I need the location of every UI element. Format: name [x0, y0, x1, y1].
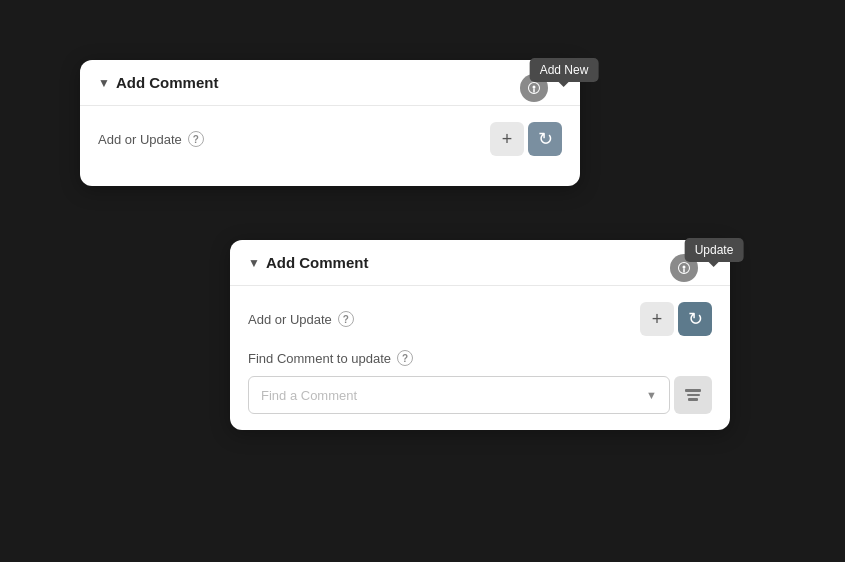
find-comment-section: Find Comment to update ? Find a Comment …: [248, 350, 712, 414]
find-comment-dropdown-row: Find a Comment ▼: [248, 376, 712, 414]
help-icon-find[interactable]: ?: [397, 350, 413, 366]
add-comment-card-2: ▼ Add Comment Update: [230, 240, 730, 430]
card-1-field-label: Add or Update ?: [98, 131, 204, 147]
svg-point-1: [683, 265, 686, 268]
card-1-btn-group: + ↻: [490, 122, 562, 156]
add-new-tooltip: Add New: [530, 58, 599, 82]
card-1-title: Add Comment: [116, 74, 219, 91]
add-comment-card-1: ▼ Add Comment Add New: [80, 60, 580, 186]
find-comment-placeholder: Find a Comment: [261, 388, 357, 403]
stack-line-3: [688, 398, 698, 401]
card-2-btn-group: + ↻: [640, 302, 712, 336]
card-2-body: Add or Update ? + ↻ Find Comment to upda…: [230, 286, 730, 430]
card-2-header: ▼ Add Comment Update: [230, 240, 730, 286]
card-1-field-row: Add or Update ? + ↻: [98, 122, 562, 156]
add-or-update-label-2: Add or Update: [248, 312, 332, 327]
help-icon-2[interactable]: ?: [338, 311, 354, 327]
add-button-1[interactable]: +: [490, 122, 524, 156]
help-icon-1[interactable]: ?: [188, 131, 204, 147]
chevron-icon-2: ▼: [248, 256, 260, 270]
find-comment-text: Find Comment to update: [248, 351, 391, 366]
stack-line-1: [685, 389, 701, 392]
corner-svg-icon-2: [676, 260, 692, 276]
card-2-field-row: Add or Update ? + ↻: [248, 302, 712, 336]
update-tooltip: Update: [685, 238, 744, 262]
add-button-2[interactable]: +: [640, 302, 674, 336]
find-comment-dropdown[interactable]: Find a Comment ▼: [248, 376, 670, 414]
update-button-2[interactable]: ↻: [678, 302, 712, 336]
find-comment-label: Find Comment to update ?: [248, 350, 712, 366]
update-button-1[interactable]: ↻: [528, 122, 562, 156]
corner-svg-icon-1: [526, 80, 542, 96]
stack-line-2: [687, 394, 700, 397]
card-2-title: Add Comment: [266, 254, 369, 271]
add-or-update-label-1: Add or Update: [98, 132, 182, 147]
card-1-header: ▼ Add Comment Add New: [80, 60, 580, 106]
card-2-field-label: Add or Update ?: [248, 311, 354, 327]
card-1-body: Add or Update ? + ↻: [80, 106, 580, 186]
chevron-icon-1: ▼: [98, 76, 110, 90]
stack-icon: [685, 389, 701, 401]
stack-button[interactable]: [674, 376, 712, 414]
dropdown-arrow-icon: ▼: [646, 389, 657, 401]
svg-point-0: [533, 85, 536, 88]
